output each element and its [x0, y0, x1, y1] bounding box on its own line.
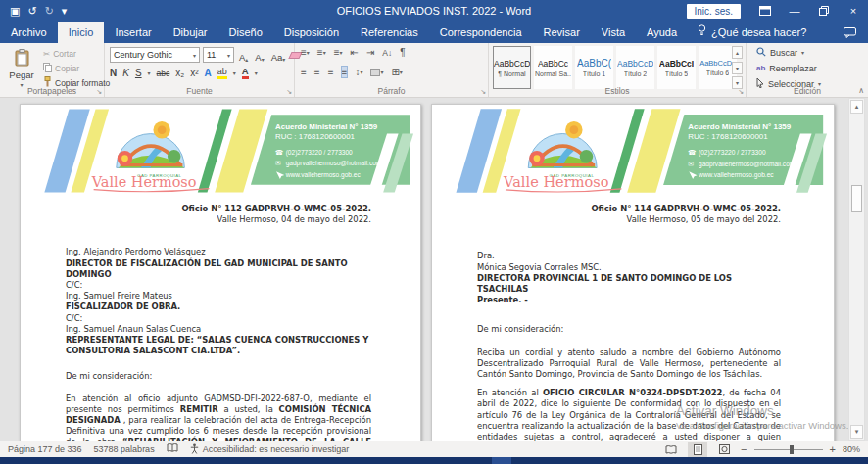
style-titulo-5[interactable]: AaBbCcI Título 5 [657, 46, 696, 89]
print-layout-icon[interactable] [688, 442, 707, 457]
ruc-text: RUC : 1768120600001 [275, 132, 355, 141]
shading-icon[interactable]: ▾ [370, 69, 383, 76]
replace-icon: ab [756, 64, 765, 72]
read-mode-icon[interactable] [661, 442, 681, 457]
sort-icon[interactable]: A↓ [382, 48, 392, 58]
body-paragraph-left: En atención al oficio adjunto GADMSD-DFI… [66, 394, 371, 441]
grow-font-button[interactable]: A▴ [237, 47, 250, 63]
tell-me-box[interactable]: ¿Qué desea hacer? [688, 22, 816, 43]
superscript-button[interactable]: x² [190, 68, 198, 78]
font-color-caret-icon[interactable]: ▾ [255, 70, 258, 76]
ribbon: Pegar ▾ ✂ Cortar Copiar [0, 43, 868, 98]
underline-caret-icon[interactable]: ▾ [148, 70, 151, 76]
group-label-estilos: Estilos [489, 86, 746, 96]
style-normal-sa[interactable]: AaBbCc Normal Sa... [534, 46, 572, 89]
undo-icon[interactable]: ↺ [27, 5, 36, 18]
style-titulo-1[interactable]: AaBbC( Título 1 [575, 46, 613, 89]
portapapeles-launcher-icon[interactable]: ↘ [96, 88, 102, 96]
vertical-scrollbar[interactable]: ▴ ▾ [848, 98, 865, 441]
multilevel-list-icon[interactable]: ≡▾ [334, 47, 343, 58]
tab-archivo[interactable]: Archivo [0, 22, 58, 43]
paste-button[interactable]: Pegar ▾ [4, 46, 39, 91]
show-paragraph-marks-icon[interactable]: ¶ [400, 47, 405, 58]
save-icon[interactable]: ▣ [10, 5, 20, 18]
sign-in-button[interactable]: Inic. ses. [687, 4, 741, 19]
bullet-list-icon[interactable]: ≡▾ [301, 47, 310, 58]
close-button[interactable]: × [839, 0, 868, 22]
zoom-slider-thumb[interactable] [790, 445, 794, 454]
zoom-level[interactable]: 80% [843, 444, 860, 454]
cut-button[interactable]: ✂ Cortar [43, 47, 110, 60]
scrollbar-thumb[interactable] [851, 185, 862, 212]
restore-button[interactable] [809, 0, 839, 22]
subscript-button[interactable]: x₂ [175, 68, 184, 78]
strikethrough-button[interactable]: abc [157, 69, 170, 78]
increase-indent-icon[interactable]: ⇥ [366, 47, 374, 58]
highlight-caret-icon[interactable]: ▾ [233, 70, 236, 76]
brand-name: Valle Hermoso [91, 174, 197, 190]
tab-disposicion[interactable]: Disposición [273, 22, 350, 43]
body-paragraph2-right: En atención al OFICIO CIRCULAR N°0324-DP… [477, 388, 781, 441]
align-center-icon[interactable]: ≡ [314, 67, 320, 77]
style-titulo-2[interactable]: AaBbCcD Título 2 [616, 46, 654, 89]
redo-icon[interactable]: ↻ [45, 5, 54, 18]
line-spacing-icon[interactable]: ↕▾ [355, 67, 362, 77]
phone-icon: ☎ [688, 149, 696, 156]
tab-insertar[interactable]: Insertar [104, 22, 162, 43]
accessibility-status[interactable]: Accesibilidad: es necesario investigar [190, 443, 350, 456]
styles-scroll-down-icon[interactable]: ▾ [732, 62, 743, 74]
font-family-combo[interactable]: Century Gothic▾ [110, 47, 200, 63]
styles-scroll-up-icon[interactable]: ▴ [732, 46, 743, 59]
find-button[interactable]: Buscar ▾ [756, 46, 821, 59]
page-left[interactable]: GAD PARROQUIAL Valle Hermoso Acuerdo Min… [20, 104, 421, 441]
collapse-ribbon-icon[interactable]: ∧ [858, 86, 864, 95]
change-case-button[interactable]: Aa▾ [269, 47, 288, 63]
proofing-icon[interactable] [167, 443, 178, 455]
word-count[interactable]: 53788 palabras [94, 444, 155, 454]
replace-button[interactable]: ab Reemplazar [756, 62, 821, 74]
tab-revisar[interactable]: Revisar [533, 22, 591, 43]
page-indicator[interactable]: Página 177 de 336 [8, 444, 82, 454]
borders-icon[interactable]: ⊞▾ [391, 67, 402, 77]
parrafo-launcher-icon[interactable]: ↘ [480, 88, 486, 96]
justify-icon[interactable]: ≡ [342, 67, 348, 77]
tab-diseno[interactable]: Diseño [218, 22, 273, 43]
minimize-button[interactable]: — [780, 0, 809, 22]
estilos-launcher-icon[interactable]: ↘ [738, 88, 744, 96]
align-left-icon[interactable]: ≡ [301, 67, 307, 77]
scroll-down-icon[interactable]: ▾ [850, 425, 863, 439]
copy-button[interactable]: Copiar [43, 62, 110, 74]
italic-button[interactable]: K [122, 68, 129, 78]
style-normal[interactable]: AaBbCcD ¶ Normal [493, 46, 531, 89]
decrease-indent-icon[interactable]: ⇤ [351, 47, 359, 58]
zoom-slider[interactable] [754, 442, 823, 457]
web-layout-icon[interactable] [714, 442, 734, 457]
tab-inicio[interactable]: Inicio [58, 22, 105, 43]
tab-correspondencia[interactable]: Correspondencia [429, 22, 533, 43]
zoom-in-icon[interactable]: + [830, 443, 836, 455]
font-size-combo[interactable]: 11▾ [203, 47, 234, 63]
fuente-launcher-icon[interactable]: ↘ [286, 88, 292, 96]
tab-vista[interactable]: Vista [591, 22, 636, 43]
text-line: Ing. Samuel Anaun Salas Cuenca [66, 324, 371, 335]
tab-dibujar[interactable]: Dibujar [163, 22, 218, 43]
comments-icon[interactable] [832, 22, 868, 43]
align-right-icon[interactable]: ≡ [328, 67, 334, 77]
highlight-color-button[interactable]: ab [217, 68, 227, 79]
ribbon-display-options-icon[interactable] [750, 0, 780, 22]
phone-icon: ☎ [275, 149, 283, 156]
customize-qat-icon[interactable]: ▾ [62, 5, 68, 18]
zoom-out-icon[interactable]: − [741, 443, 747, 455]
tab-referencias[interactable]: Referencias [350, 22, 429, 43]
font-color-button[interactable]: A [242, 67, 249, 79]
underline-button[interactable]: S [135, 68, 142, 78]
group-label-fuente: Fuente [105, 86, 294, 96]
bold-button[interactable]: N [110, 68, 117, 78]
tab-ayuda[interactable]: Ayuda [636, 22, 688, 43]
scroll-up-icon[interactable]: ▴ [850, 100, 863, 114]
text-effects-button[interactable]: A [205, 68, 212, 78]
shrink-font-button[interactable]: A▾ [253, 47, 265, 63]
numbered-list-icon[interactable]: ≡▾ [317, 47, 326, 58]
page-right[interactable]: GAD PARROQUIAL Valle Hermoso Acuerdo Min… [431, 104, 835, 441]
phone-text: (02)2773220 / 2773300 [699, 149, 766, 157]
